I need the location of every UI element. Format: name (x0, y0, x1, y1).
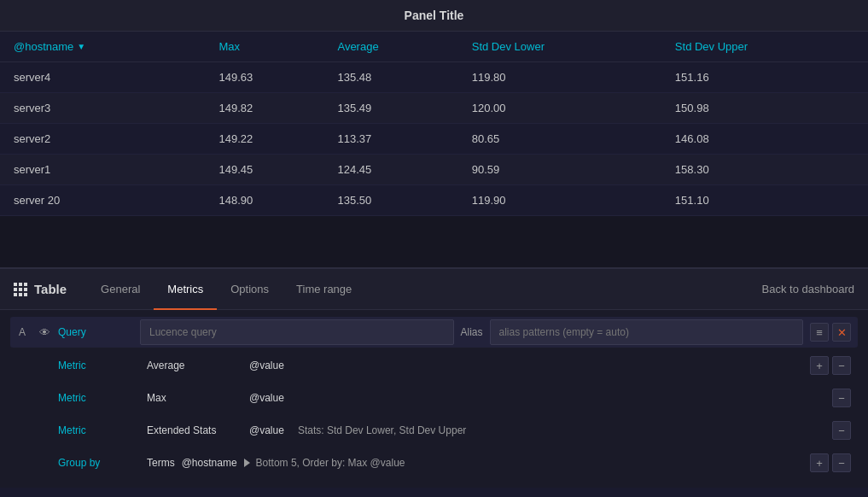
col-std-dev-upper[interactable]: Std Dev Upper (665, 32, 868, 62)
cell-std-dev-lower: 119.90 (462, 185, 665, 216)
remove-query-btn[interactable]: ✕ (832, 323, 851, 342)
cell-hostname: server2 (0, 124, 209, 155)
col-std-dev-lower[interactable]: Std Dev Lower (462, 32, 665, 62)
cell-average: 135.48 (327, 62, 461, 93)
add-group-btn[interactable]: + (810, 453, 829, 472)
query-row-actions: ≡ ✕ (803, 323, 858, 342)
data-table: @hostname ▼ Max Average Std Dev Lower St… (0, 32, 868, 216)
metric-value-2[interactable]: Max (140, 392, 242, 404)
metric-label-3: Metric (55, 424, 140, 436)
cell-std-dev-lower: 119.80 (462, 62, 665, 93)
cell-std-dev-upper: 151.10 (665, 185, 868, 216)
cell-max: 149.63 (209, 62, 328, 93)
group-by-type[interactable]: Terms (147, 457, 175, 469)
remove-metric-btn-3[interactable]: − (832, 421, 851, 440)
metric-row-max: Metric Max @value − (10, 383, 858, 412)
alias-label: Alias (454, 326, 490, 338)
add-metric-btn-1[interactable]: + (810, 356, 829, 375)
cell-std-dev-upper: 146.08 (665, 124, 868, 155)
group-by-actions: + − (803, 453, 858, 472)
table-grid-icon (14, 283, 27, 296)
cell-std-dev-upper: 150.98 (665, 93, 868, 124)
cell-std-dev-lower: 80.65 (462, 124, 665, 155)
remove-group-btn[interactable]: − (832, 453, 851, 472)
metric-actions-1: + − (803, 356, 858, 375)
table-row: server4 149.63 135.48 119.80 151.16 (0, 62, 868, 93)
cell-std-dev-upper: 151.16 (665, 62, 868, 93)
col-max[interactable]: Max (209, 32, 328, 62)
cell-max: 149.82 (209, 93, 328, 124)
sort-arrow-icon: ▼ (77, 42, 85, 51)
row-letter-a: A (10, 326, 34, 338)
query-label: Query (55, 326, 140, 338)
data-table-container: @hostname ▼ Max Average Std Dev Lower St… (0, 32, 868, 267)
table-row: server2 149.22 113.37 80.65 146.08 (0, 124, 868, 155)
metric-row-average: Metric Average @value + − (10, 351, 858, 380)
back-to-dashboard-link[interactable]: Back to dashboard (762, 283, 854, 295)
tab-options[interactable]: Options (217, 269, 283, 310)
tab-time-range[interactable]: Time range (283, 269, 365, 310)
table-row: server3 149.82 135.49 120.00 150.98 (0, 93, 868, 124)
remove-metric-btn-2[interactable]: − (832, 389, 851, 407)
row-eye-icon[interactable]: 👁 (34, 326, 55, 339)
metric-label-2: Metric (55, 392, 140, 404)
group-by-field[interactable]: @hostname (182, 457, 237, 469)
cell-hostname: server3 (0, 93, 209, 124)
cell-hostname: server1 (0, 155, 209, 185)
cell-average: 113.37 (327, 124, 461, 155)
panel-title-bar: Panel Title (0, 0, 868, 32)
table-row: server1 149.45 124.45 90.59 158.30 (0, 155, 868, 185)
query-rows-container: A 👁 Query Alias ≡ ✕ Metric Average @valu… (0, 310, 868, 488)
triangle-right-icon (244, 459, 250, 467)
table-row: server 20 148.90 135.50 119.90 151.10 (0, 185, 868, 216)
group-by-order[interactable]: Bottom 5, Order by: Max @value (244, 457, 405, 469)
metric-value-3[interactable]: Extended Stats (140, 424, 242, 436)
col-average[interactable]: Average (327, 32, 461, 62)
alias-input[interactable] (490, 319, 804, 345)
metric-label-1: Metric (55, 360, 140, 371)
tab-metrics[interactable]: Metrics (154, 269, 217, 310)
cell-hostname: server4 (0, 62, 209, 93)
hamburger-menu-btn[interactable]: ≡ (810, 323, 829, 342)
table-empty-area (0, 216, 868, 267)
query-row-a: A 👁 Query Alias ≡ ✕ (10, 317, 858, 348)
table-header-row: @hostname ▼ Max Average Std Dev Lower St… (0, 32, 868, 62)
cell-std-dev-lower: 90.59 (462, 155, 665, 185)
metric-at-value-2: @value (242, 392, 284, 404)
remove-metric-btn-1[interactable]: − (832, 356, 851, 375)
cell-max: 149.22 (209, 124, 328, 155)
cell-max: 148.90 (209, 185, 328, 216)
cell-hostname: server 20 (0, 185, 209, 216)
metric-actions-2: − (825, 389, 858, 407)
metric-stats-text: Stats: Std Dev Lower, Std Dev Upper (284, 424, 825, 436)
group-by-order-text: Bottom 5, Order by: Max @value (256, 457, 405, 469)
cell-max: 149.45 (209, 155, 328, 185)
cell-std-dev-lower: 120.00 (462, 93, 665, 124)
metric-row-extended-stats: Metric Extended Stats @value Stats: Std … (10, 416, 858, 445)
panel-title: Panel Title (405, 9, 464, 22)
metric-at-value-3: @value (242, 424, 284, 436)
editor-title: Table (34, 282, 67, 296)
group-by-label: Group by (55, 457, 140, 469)
editor-tabs-bar: Table General Metrics Options Time range… (0, 269, 868, 310)
tab-general[interactable]: General (87, 269, 154, 310)
hostname-header-label: @hostname (14, 40, 73, 53)
query-input[interactable] (140, 319, 454, 345)
cell-average: 135.49 (327, 93, 461, 124)
metric-at-value-1: @value (242, 360, 284, 371)
group-by-row: Group by Terms @hostname Bottom 5, Order… (10, 448, 858, 477)
metric-value-1[interactable]: Average (140, 360, 242, 371)
cell-std-dev-upper: 158.30 (665, 155, 868, 185)
col-hostname[interactable]: @hostname ▼ (0, 32, 209, 62)
cell-average: 124.45 (327, 155, 461, 185)
group-by-detail: Terms @hostname Bottom 5, Order by: Max … (140, 457, 803, 469)
metric-actions-3: − (825, 421, 858, 440)
cell-average: 135.50 (327, 185, 461, 216)
editor-panel: Table General Metrics Options Time range… (0, 267, 868, 488)
query-input-area: Alias (140, 319, 803, 345)
